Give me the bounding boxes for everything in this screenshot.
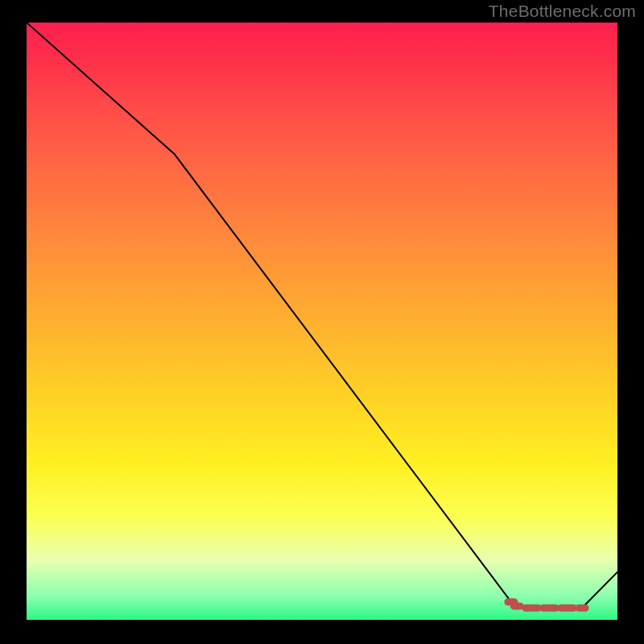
chart-frame: TheBottleneck.com <box>0 0 644 644</box>
optimal-range-dots <box>508 602 585 609</box>
chart-plot-area <box>27 23 617 620</box>
chart-svg <box>27 23 617 620</box>
watermark-text: TheBottleneck.com <box>489 2 636 21</box>
bottleneck-curve-line <box>27 23 617 608</box>
optimal-range-marker <box>508 602 585 609</box>
